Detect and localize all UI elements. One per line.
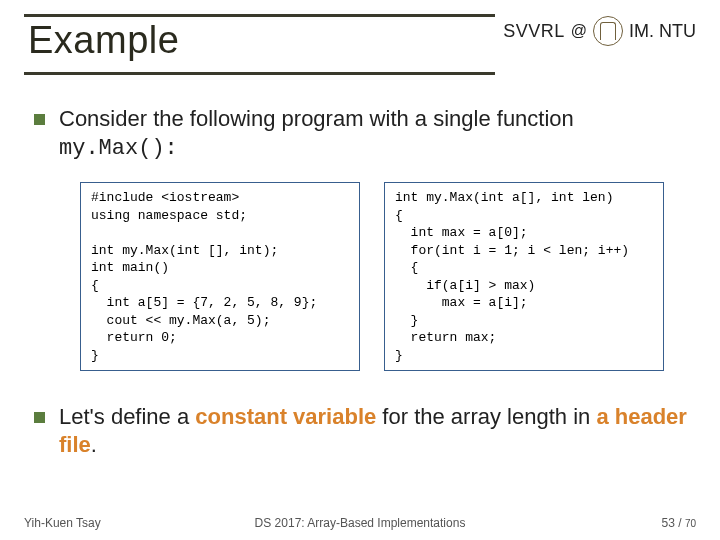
footer-author: Yih-Kuen Tsay xyxy=(24,516,101,530)
header-right: SVVRL @ IM. NTU xyxy=(503,14,696,46)
dept-label: IM. NTU xyxy=(629,21,696,42)
bullet1-prefix: Consider the following program with a si… xyxy=(59,106,574,131)
footer-page: 53 / 70 xyxy=(662,516,697,530)
page-sep: / xyxy=(675,516,685,530)
b2-h1: constant variable xyxy=(195,404,376,429)
bullet-text: Consider the following program with a si… xyxy=(59,105,690,162)
b2-t1: Let's define a xyxy=(59,404,195,429)
footer: Yih-Kuen Tsay DS 2017: Array-Based Imple… xyxy=(24,516,696,530)
bullet1-func: my.Max(): xyxy=(59,136,178,161)
code-row: #include <iostream> using namespace std;… xyxy=(34,174,690,379)
b2-t3: . xyxy=(91,432,97,457)
header: Example SVVRL @ IM. NTU xyxy=(24,14,696,75)
ntu-logo-icon xyxy=(593,16,623,46)
bullet-text: Let's define a constant variable for the… xyxy=(59,403,690,458)
page-current: 53 xyxy=(662,516,675,530)
bullet-square-icon xyxy=(34,412,45,423)
bullet-item: Let's define a constant variable for the… xyxy=(34,403,690,458)
bullet-item: Consider the following program with a si… xyxy=(34,105,690,162)
bullet-square-icon xyxy=(34,114,45,125)
at-symbol: @ xyxy=(571,22,587,40)
code-box-left: #include <iostream> using namespace std;… xyxy=(80,182,360,371)
b2-t2: for the array length in xyxy=(376,404,596,429)
content-area: Consider the following program with a si… xyxy=(24,75,696,458)
title-bar: Example xyxy=(24,14,495,75)
footer-course: DS 2017: Array-Based Implementations xyxy=(255,516,466,530)
page-total: 70 xyxy=(685,518,696,529)
slide: Example SVVRL @ IM. NTU Consider the fol… xyxy=(0,0,720,540)
org-label: SVVRL xyxy=(503,21,565,42)
code-box-right: int my.Max(int a[], int len) { int max =… xyxy=(384,182,664,371)
slide-title: Example xyxy=(28,19,495,62)
